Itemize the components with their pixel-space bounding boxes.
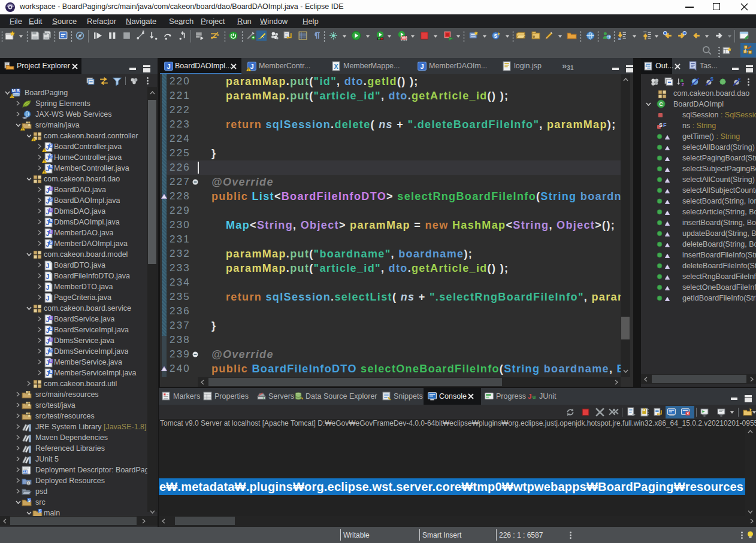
svg-text:S: S [50,369,53,374]
svg-text:S: S [39,509,41,513]
svg-text:J: J [420,63,424,70]
svg-text:S: S [50,154,53,158]
svg-text:I: I [50,229,52,233]
svg-text:C: C [659,101,663,107]
svg-text:S: S [50,165,53,169]
svg-text:J: J [46,262,49,269]
svg-text:I: I [50,337,52,341]
svg-text:u: u [533,393,536,400]
svg-text:I: I [50,186,52,190]
svg-text:I: I [50,208,52,212]
svg-text:J: J [46,284,49,291]
svg-text:S: S [50,219,53,223]
svg-text:J: J [46,273,49,280]
svg-text:S: S [659,122,663,128]
svg-text:J: J [46,295,49,302]
svg-text:J: J [528,392,532,400]
svg-text:S: S [50,240,53,244]
svg-text:S: S [50,348,53,352]
svg-text:X: X [334,63,338,70]
svg-text:S: S [28,498,31,502]
svg-text:F: F [663,122,667,128]
svg-text:I: I [50,316,52,320]
svg-text:z: z [682,81,685,87]
svg-text:S: S [50,326,53,330]
svg-text:S: S [50,143,53,147]
svg-text:J: J [167,63,170,70]
svg-text:S: S [17,88,20,93]
svg-text:S: S [50,197,53,201]
svg-text:I: I [50,359,52,363]
svg-text:M: M [12,88,16,93]
svg-text:2.5: 2.5 [23,471,28,474]
svg-text:S: S [494,33,498,39]
